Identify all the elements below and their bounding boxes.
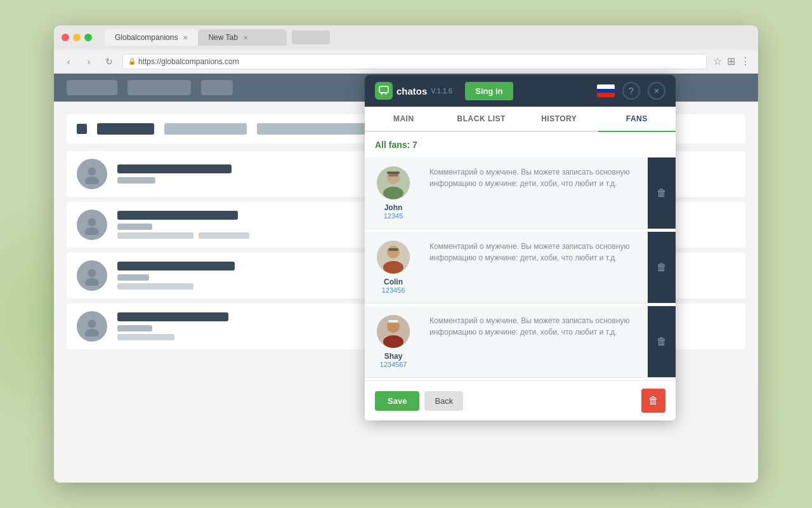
svg-rect-12 (387, 171, 400, 174)
fan-delete-button[interactable]: 🗑 (648, 232, 676, 303)
svg-point-13 (383, 187, 403, 199)
svg-point-5 (85, 278, 99, 286)
svg-point-3 (85, 227, 99, 235)
fan-delete-button[interactable]: 🗑 (648, 306, 676, 377)
trash-icon: 🗑 (657, 187, 667, 199)
svg-point-7 (85, 329, 99, 337)
popup-tabs: MAIN BLACK LIST HISTORY FANS (365, 107, 676, 132)
fan-id: 12345 (384, 212, 403, 220)
close-traffic-light[interactable] (62, 34, 69, 41)
svg-point-1 (85, 177, 99, 184)
extensions-icon[interactable]: ⊞ (727, 55, 735, 67)
fan-profile: Shay 1234567 (365, 306, 422, 377)
user-sub-bar (117, 325, 152, 331)
user-name-bar (117, 262, 235, 271)
svg-point-4 (88, 269, 96, 277)
toolbar-pill-3 (201, 80, 233, 95)
maximize-traffic-light[interactable] (84, 34, 92, 41)
chatos-logo: chatos V.1.1.6 (375, 82, 452, 100)
signin-button[interactable]: Sing in (465, 82, 513, 100)
language-flag[interactable] (597, 84, 615, 97)
tab-globalcompanions[interactable]: Globalcompanions ✕ (105, 29, 198, 46)
fan-item: Colin 123456 Комментарий о мужчине. Вы м… (365, 232, 676, 304)
user-name-bar (117, 164, 232, 173)
tab-fans[interactable]: FANS (598, 107, 676, 132)
user-name-bar (117, 211, 238, 220)
fans-list: John 12345 Комментарий о мужчине. Вы мож… (365, 157, 676, 380)
svg-point-6 (88, 320, 96, 328)
fan-profile: John 12345 (365, 157, 422, 229)
svg-point-0 (88, 168, 96, 176)
avatar (77, 159, 107, 189)
avatar (77, 311, 107, 342)
avatar (77, 260, 107, 291)
traffic-lights (62, 34, 92, 41)
extra-bar (117, 232, 193, 239)
popup-footer: Save Back 🗑 (365, 380, 676, 420)
bookmark-icon[interactable]: ☆ (713, 55, 722, 67)
fan-id: 1234567 (380, 361, 407, 368)
trash-icon: 🗑 (657, 262, 667, 273)
fan-avatar (377, 241, 410, 274)
app-name: chatos (396, 86, 427, 97)
back-button[interactable]: ‹ (62, 55, 75, 69)
fan-comment[interactable]: Комментарий о мужчине. Вы можете записат… (422, 306, 648, 377)
svg-point-17 (383, 261, 403, 274)
extra-bar (117, 334, 174, 340)
nav-icons: ☆ ⊞ ⋮ (713, 55, 750, 67)
user-sub-bar (117, 224, 152, 230)
toolbar-pill-2 (128, 80, 191, 95)
tab-label: Globalcompanions (115, 33, 178, 42)
menu-icon[interactable]: ⋮ (740, 55, 750, 67)
fans-count: All fans: 7 (365, 132, 676, 157)
tab-close-icon[interactable]: ✕ (183, 34, 188, 41)
fan-id: 123456 (382, 286, 405, 294)
close-button[interactable]: × (648, 82, 665, 100)
fan-delete-button[interactable]: 🗑 (648, 157, 676, 229)
extra-bar (199, 232, 249, 239)
tab-history[interactable]: HISTORY (520, 107, 598, 131)
svg-rect-11 (388, 174, 398, 177)
nav-bar: ‹ › ↻ 🔒 https://globalcompanions.com ☆ ⊞… (54, 50, 758, 74)
tab-bar: Globalcompanions ✕ New Tab ✕ (105, 29, 330, 46)
back-button[interactable]: Back (424, 391, 463, 411)
title-bar: Globalcompanions ✕ New Tab ✕ (54, 25, 758, 50)
fan-avatar (377, 166, 410, 199)
fan-avatar (377, 315, 410, 348)
save-button[interactable]: Save (375, 391, 419, 411)
extra-bar (117, 283, 193, 290)
tab-newtab[interactable]: New Tab ✕ (198, 29, 287, 46)
header-pill-2 (164, 123, 247, 135)
tab-blacklist[interactable]: BLACK LIST (443, 107, 521, 131)
app-version: V.1.1.6 (431, 87, 452, 95)
fan-name: Shay (384, 352, 403, 361)
header-pill-1 (97, 123, 154, 135)
avatar (77, 210, 107, 240)
tab-close-icon[interactable]: ✕ (243, 34, 248, 41)
fan-comment[interactable]: Комментарий о мужчине. Вы можете записат… (422, 157, 648, 229)
user-name-bar (117, 312, 228, 321)
toolbar-pill-1 (67, 80, 117, 95)
svg-point-21 (383, 335, 403, 348)
reload-button[interactable]: ↻ (102, 55, 116, 69)
new-tab-button[interactable] (292, 30, 330, 44)
tab-main[interactable]: MAIN (365, 107, 443, 131)
chatos-popup: chatos V.1.1.6 Sing in ? × MAIN BLACK LI… (365, 75, 676, 420)
fan-name: John (384, 203, 403, 212)
help-button[interactable]: ? (622, 82, 640, 100)
user-sub-bar (117, 177, 155, 184)
fan-item: John 12345 Комментарий о мужчине. Вы мож… (365, 157, 676, 229)
svg-rect-20 (388, 320, 398, 323)
fan-comment[interactable]: Комментарий о мужчине. Вы можете записат… (422, 232, 648, 303)
address-bar[interactable]: 🔒 https://globalcompanions.com (122, 54, 707, 69)
checkbox[interactable] (77, 124, 87, 134)
footer-delete-button[interactable]: 🗑 (641, 389, 665, 413)
forward-button[interactable]: › (82, 55, 96, 69)
minimize-traffic-light[interactable] (73, 34, 81, 41)
chatos-icon (375, 82, 393, 100)
popup-header: chatos V.1.1.6 Sing in ? × (365, 75, 676, 107)
trash-icon: 🗑 (648, 395, 658, 406)
user-sub-bar (117, 274, 149, 281)
fan-item: Shay 1234567 Комментарий о мужчине. Вы м… (365, 306, 676, 378)
svg-point-2 (88, 218, 96, 227)
